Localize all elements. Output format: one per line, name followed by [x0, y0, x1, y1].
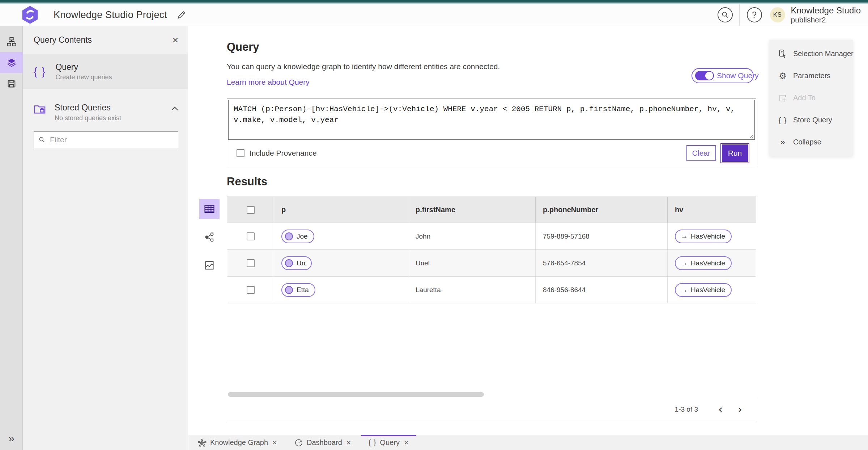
arrow-right-icon: →	[681, 232, 688, 240]
add-to-button: Add To	[769, 87, 853, 109]
bottom-tabbar: Knowledge Graph × Dashboard × { } Query …	[188, 435, 868, 450]
user-role: publisher2	[791, 16, 861, 24]
row-checkbox[interactable]	[247, 232, 255, 240]
chevron-right-icon: ›	[738, 404, 742, 415]
arrow-right-icon: →	[681, 259, 688, 267]
tab-knowledge-graph[interactable]: Knowledge Graph ×	[191, 435, 284, 450]
parameters-button[interactable]: ⚙ Parameters	[769, 65, 853, 87]
selection-manager-icon	[777, 49, 788, 59]
collapse-panel-button[interactable]: » Collapse	[769, 131, 853, 153]
show-query-toggle[interactable]: Show Query	[692, 68, 754, 83]
topbar-right: ? KS Knowledge Studio publisher2	[718, 4, 864, 26]
main-content: Query You can query a knowledge graph to…	[188, 26, 868, 435]
cell-firstname: Lauretta	[408, 277, 536, 303]
entity-dot-icon	[285, 286, 293, 294]
column-header-hv[interactable]: hv	[668, 197, 756, 223]
topbar-divider	[739, 4, 740, 26]
table-row: Uri Uriel 578-654-7854 → HasVehicle	[227, 250, 756, 277]
map-view-button[interactable]	[199, 255, 220, 276]
column-header-phonenumber[interactable]: p.phoneNumber	[536, 197, 668, 223]
column-header-firstname[interactable]: p.firstName	[408, 197, 536, 223]
panel-title: Query Contents	[34, 35, 92, 45]
braces-icon: { }	[777, 116, 788, 125]
clear-button[interactable]: Clear	[686, 145, 716, 161]
select-all-checkbox[interactable]	[247, 206, 255, 214]
app-logo-icon	[19, 5, 41, 24]
cell-phone: 578-654-7854	[536, 250, 668, 276]
help-button[interactable]: ?	[747, 7, 762, 22]
expand-rail-button[interactable]: »	[0, 430, 23, 446]
relationship-pill[interactable]: → HasVehicle	[675, 256, 732, 270]
user-name: Knowledge Studio	[791, 5, 861, 16]
help-icon: ?	[752, 10, 757, 20]
relationship-pill[interactable]: → HasVehicle	[675, 283, 732, 297]
cell-firstname: John	[408, 223, 536, 249]
layers-icon	[7, 58, 17, 68]
avatar[interactable]: KS	[770, 7, 785, 22]
query-actions-row: Include Provenance Clear Run	[227, 140, 756, 166]
panel-close-button[interactable]: ×	[173, 35, 178, 45]
stored-queries-title: Stored Queries	[55, 103, 121, 113]
table-header-row: p p.firstName p.phoneNumber hv	[227, 197, 756, 223]
pencil-icon	[176, 10, 187, 20]
filter-input[interactable]	[50, 135, 174, 144]
entity-pill[interactable]: Joe	[281, 230, 314, 243]
horizontal-scrollbar[interactable]	[228, 392, 484, 397]
search-icon	[38, 136, 46, 143]
relationship-pill[interactable]: → HasVehicle	[675, 230, 732, 243]
knowledge-studio-app: Knowledge Studio Project ? KS	[0, 0, 868, 450]
query-input[interactable]: MATCH (p:Person)-[hv:HasVehicle]->(v:Veh…	[228, 100, 755, 140]
add-to-icon	[777, 94, 788, 102]
map-icon	[204, 260, 214, 270]
entity-pill[interactable]: Etta	[281, 283, 315, 297]
close-tab-icon[interactable]: ×	[346, 439, 351, 447]
row-checkbox[interactable]	[247, 259, 255, 267]
query-contents-panel: Query Contents × { } Query Create new qu…	[23, 26, 188, 450]
toggle-label: Show Query	[717, 71, 759, 80]
tab-query[interactable]: { } Query ×	[361, 435, 416, 450]
entity-dot-icon	[285, 259, 293, 267]
prev-page-button[interactable]: ‹	[714, 403, 727, 416]
rail-item-contents[interactable]	[0, 52, 23, 73]
close-tab-icon[interactable]: ×	[404, 439, 409, 447]
stored-queries-header[interactable]: Stored Queries No stored queries exist	[23, 94, 188, 126]
user-block: Knowledge Studio publisher2	[791, 5, 864, 24]
entity-pill[interactable]: Uri	[281, 256, 312, 270]
project-title: Knowledge Studio Project	[54, 9, 167, 21]
entity-dot-icon	[285, 232, 293, 240]
query-actions-panel: Selection Manager ⚙ Parameters Add To { …	[769, 40, 853, 156]
include-provenance-checkbox[interactable]	[237, 149, 244, 157]
table-view-button[interactable]	[199, 199, 220, 219]
rail-item-save[interactable]	[0, 73, 23, 94]
edit-title-button[interactable]	[176, 10, 187, 20]
filter-field	[34, 131, 178, 148]
run-button[interactable]: Run	[722, 144, 748, 162]
braces-icon: { }	[369, 438, 376, 447]
selection-manager-button[interactable]: Selection Manager	[769, 43, 853, 65]
results-heading: Results	[227, 175, 267, 188]
table-row: Joe John 759-889-57168 → HasVehicle	[227, 223, 756, 250]
cell-phone: 846-956-8644	[536, 277, 668, 303]
braces-icon: { }	[34, 66, 46, 78]
panel-header: Query Contents ×	[23, 26, 188, 54]
gear-icon: ⚙	[777, 72, 788, 80]
graph-view-button[interactable]	[199, 227, 220, 247]
panel-item-query[interactable]: { } Query Create new queries	[23, 54, 188, 89]
close-tab-icon[interactable]: ×	[272, 439, 277, 447]
search-icon	[721, 11, 729, 19]
query-item-subtitle: Create new queries	[55, 73, 112, 81]
learn-more-link[interactable]: Learn more about Query	[227, 78, 310, 87]
dashboard-gauge-icon	[294, 438, 303, 447]
save-icon	[7, 79, 17, 89]
search-button[interactable]	[718, 7, 733, 22]
include-provenance-label: Include Provenance	[250, 149, 317, 157]
double-chevron-right-icon: »	[8, 432, 14, 445]
tree-view-icon	[7, 37, 17, 47]
column-header-p[interactable]: p	[274, 197, 408, 223]
tab-dashboard[interactable]: Dashboard ×	[287, 435, 358, 450]
row-checkbox[interactable]	[247, 286, 255, 294]
store-query-button[interactable]: { } Store Query	[769, 109, 853, 131]
page-title: Query	[227, 41, 259, 54]
next-page-button[interactable]: ›	[733, 403, 746, 416]
rail-item-data-model[interactable]	[0, 31, 23, 52]
